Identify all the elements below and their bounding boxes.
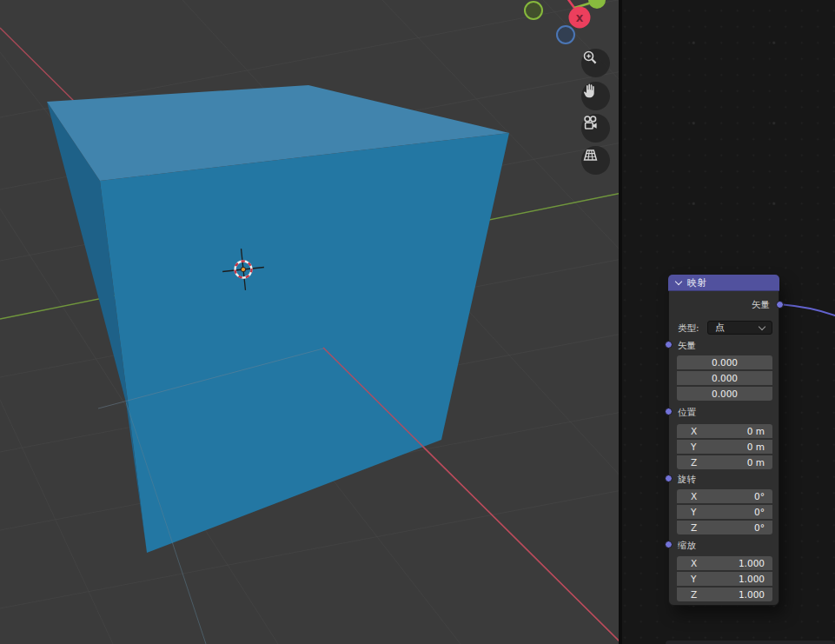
pan-view-button[interactable]	[581, 82, 610, 110]
camera-view-button[interactable]	[581, 114, 610, 143]
axis-label: Y	[691, 442, 696, 452]
field-value: 0°	[754, 507, 765, 517]
axis-label: X	[691, 426, 697, 436]
gizmo-y-negative-ball[interactable]	[525, 2, 542, 19]
axis-label: Y	[691, 574, 696, 584]
axis-label: Y	[691, 507, 696, 517]
field-value: 0 m	[747, 442, 765, 452]
location-z-field[interactable]: Z 0 m	[677, 455, 772, 469]
field-value: 0°	[754, 522, 765, 533]
field-value: 0 m	[747, 426, 765, 436]
scale-z-field[interactable]: Z 1.000	[677, 588, 772, 601]
type-dropdown[interactable]: 点	[707, 321, 772, 335]
field-value: 1.000	[739, 589, 765, 600]
gizmo-y-positive-ball[interactable]	[588, 0, 606, 9]
axis-label: X	[691, 558, 697, 568]
chevron-down-icon	[759, 322, 765, 329]
gizmo-x-ball-label: X	[576, 13, 584, 24]
axis-label: Z	[691, 589, 697, 600]
rotation-field-group: X 0° Y 0° Z 0°	[677, 489, 772, 534]
gizmo-z-negative-ball[interactable]	[557, 26, 574, 43]
zoom-in-icon	[581, 49, 599, 66]
scale-y-field[interactable]: Y 1.000	[677, 572, 772, 586]
rotation-y-field[interactable]: Y 0°	[677, 505, 772, 519]
field-value: 0°	[754, 491, 765, 501]
editor-footer-strip[interactable]	[666, 641, 835, 644]
vector-field-group: 0.000 0.000 0.000	[677, 355, 772, 401]
output-socket-label: 矢量	[669, 298, 779, 310]
zoom-in-button[interactable]	[581, 49, 610, 77]
pan-hand-icon	[581, 82, 598, 98]
field-value: 0.000	[712, 388, 738, 399]
axis-label: Z	[691, 522, 697, 533]
rotation-x-field[interactable]: X 0°	[677, 489, 772, 503]
x-axis-foreground-segment	[323, 348, 619, 644]
gizmo-x-stick	[567, 0, 574, 8]
vector-output-socket[interactable]	[776, 301, 784, 309]
vector-section-label: 矢量	[669, 339, 779, 351]
orientation-gizmo[interactable]: X	[525, 0, 606, 43]
axis-label: X	[691, 491, 697, 501]
node-title: 映射	[687, 276, 706, 289]
field-value: 0.000	[712, 373, 738, 383]
location-x-field[interactable]: X 0 m	[677, 424, 772, 438]
field-value: 1.000	[739, 558, 765, 568]
location-field-group: X 0 m Y 0 m Z 0 m	[677, 424, 772, 469]
cube-object[interactable]	[47, 85, 509, 553]
toggle-projection-button[interactable]	[581, 146, 610, 175]
rotation-z-field[interactable]: Z 0°	[677, 521, 772, 534]
axis-label: Z	[691, 457, 697, 468]
rotation-section-label: 旋转	[669, 473, 779, 485]
scale-section-label: 缩放	[669, 539, 779, 551]
scale-x-field[interactable]: X 1.000	[677, 556, 772, 570]
blender-window: X	[0, 0, 835, 644]
field-value: 0.000	[712, 357, 738, 368]
vector-output-noodle[interactable]	[779, 304, 835, 316]
vector-x-field[interactable]: 0.000	[677, 355, 772, 369]
shader-node-editor[interactable]: 映射 矢量 类型: 点 矢量 0.000 0.000 0.000 位置	[622, 0, 835, 644]
location-section-label: 位置	[669, 406, 779, 418]
field-value: 1.000	[739, 574, 765, 584]
viewport-3d[interactable]: X	[0, 0, 619, 644]
location-y-field[interactable]: Y 0 m	[677, 440, 772, 454]
mapping-node-header[interactable]: 映射	[668, 275, 779, 291]
camera-view-icon	[581, 114, 600, 132]
vector-z-field[interactable]: 0.000	[677, 387, 772, 401]
vector-y-field[interactable]: 0.000	[677, 371, 772, 385]
field-value: 0 m	[747, 457, 765, 468]
cube-front-face[interactable]	[100, 133, 509, 553]
type-dropdown-value: 点	[715, 322, 725, 334]
viewport-scene: X	[0, 0, 619, 644]
scale-field-group: X 1.000 Y 1.000 Z 1.000	[677, 556, 772, 601]
collapse-chevron-icon[interactable]	[675, 278, 682, 285]
mapping-node[interactable]: 映射 矢量 类型: 点 矢量 0.000 0.000 0.000 位置	[668, 275, 779, 606]
grid-orthographic-icon	[581, 146, 600, 164]
